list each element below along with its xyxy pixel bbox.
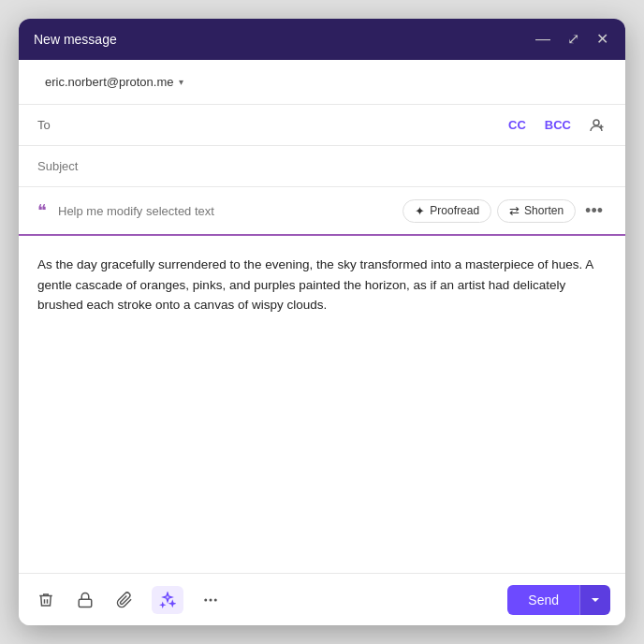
shorten-label: Shorten [524,204,564,217]
shorten-button[interactable]: ⇄ Shorten [497,199,576,223]
to-input[interactable] [66,118,505,132]
compose-window: New message — ⤢ ✕ eric.norbert@proton.me… [19,19,625,625]
svg-point-5 [210,598,212,601]
shorten-icon: ⇄ [509,204,520,218]
from-dropdown-icon: ▾ [179,77,183,87]
quote-icon: ❝ [37,200,47,221]
add-contact-button[interactable] [586,115,607,136]
toolbar-left [34,586,507,614]
from-selector[interactable]: eric.norbert@proton.me ▾ [37,71,191,93]
svg-point-0 [593,120,599,125]
delete-button[interactable] [34,588,58,612]
from-email: eric.norbert@proton.me [45,75,173,89]
svg-point-4 [204,598,207,601]
bcc-button[interactable]: BCC [541,116,575,134]
window-controls: — ⤢ ✕ [534,30,610,49]
svg-rect-3 [79,599,92,607]
magic-button[interactable] [152,586,183,614]
subject-row [19,146,625,187]
from-row: eric.norbert@proton.me ▾ [19,60,625,105]
attach-button[interactable] [112,588,137,612]
to-actions: CC BCC [505,115,607,136]
to-row: To CC BCC [19,105,625,146]
window-title: New message [34,32,117,47]
email-body: eric.norbert@proton.me ▾ To CC BCC [19,60,625,625]
titlebar: New message — ⤢ ✕ [19,19,625,60]
ai-more-button[interactable]: ••• [581,199,607,223]
toolbar: Send [19,573,625,625]
proofread-button[interactable]: ✦ Proofread [402,199,491,223]
to-label: To [37,118,66,132]
send-button-group: Send [507,585,610,615]
ai-bar: ❝ ✦ Proofread ⇄ Shorten ••• [19,187,625,236]
proofread-icon: ✦ [415,204,425,218]
more-options-button[interactable] [198,588,223,612]
minimize-button[interactable]: — [534,30,552,49]
proofread-label: Proofread [430,204,479,217]
message-body: As the day gracefully surrendered to the… [37,257,593,312]
subject-input[interactable] [37,159,607,173]
lock-button[interactable] [73,588,97,612]
ai-input[interactable] [58,204,395,218]
message-area[interactable]: As the day gracefully surrendered to the… [19,236,625,573]
send-button[interactable]: Send [507,585,579,615]
cc-button[interactable]: CC [505,116,530,134]
send-dropdown-button[interactable] [579,585,610,615]
maximize-button[interactable]: ⤢ [565,30,581,49]
close-button[interactable]: ✕ [594,30,610,49]
svg-point-6 [214,598,217,601]
ai-actions: ✦ Proofread ⇄ Shorten ••• [402,199,607,223]
